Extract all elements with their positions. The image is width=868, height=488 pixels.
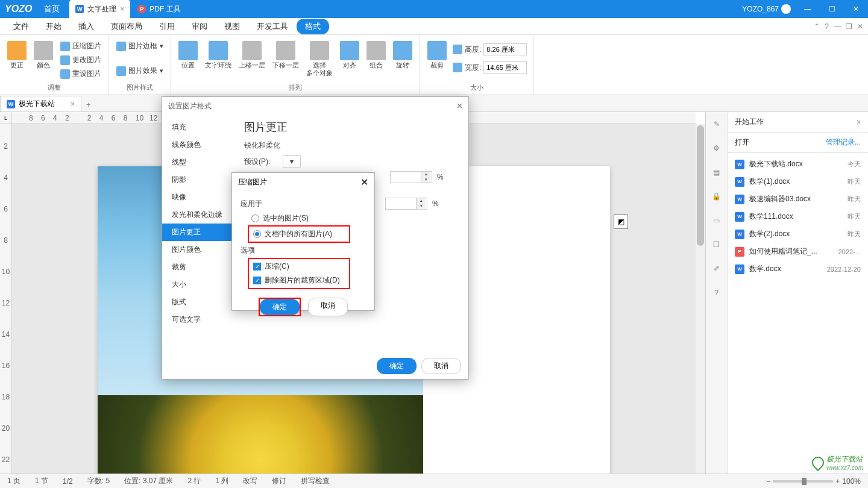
dialog-side-item[interactable]: 填充 — [162, 119, 234, 136]
ribbon-backward[interactable]: 下移一层 — [270, 40, 301, 70]
status-words[interactable]: 字数: 5 — [87, 476, 110, 486]
ribbon-crop[interactable]: 裁剪 — [425, 40, 449, 70]
recent-file-item[interactable]: W数学(2).docx昨天 — [728, 225, 868, 243]
ribbon-position[interactable]: 位置 — [176, 40, 200, 70]
help-icon[interactable]: ? — [825, 22, 829, 31]
ribbon-select-multi[interactable]: 选择 多个对象 — [304, 40, 335, 78]
pane-tab-layers-icon[interactable]: ▤ — [709, 165, 724, 180]
ribbon-reset-image[interactable]: 重设图片 — [58, 67, 104, 80]
recent-file-item[interactable]: W极速编辑器03.docx昨天 — [728, 190, 868, 208]
ribbon-forward[interactable]: 上移一层 — [236, 40, 268, 70]
pane-tab-edit-icon[interactable]: ✐ — [709, 261, 724, 276]
dialog-side-item[interactable]: 阴影 — [162, 171, 234, 189]
status-overwrite[interactable]: 改写 — [243, 476, 257, 486]
ok-button[interactable]: 确定 — [377, 358, 417, 374]
recent-file-item[interactable]: W数学111.docx昨天 — [728, 208, 868, 225]
menu-item-插入[interactable]: 插入 — [70, 19, 102, 34]
manage-records-link[interactable]: 管理记录... — [826, 137, 861, 148]
pane-tab-help-icon[interactable]: ? — [709, 286, 724, 300]
dialog-side-item[interactable]: 图片更正 — [162, 224, 234, 241]
ribbon-change-image[interactable]: 更改图片 — [58, 54, 104, 66]
menu-item-审阅[interactable]: 审阅 — [183, 19, 216, 34]
pane-tab-lock-icon[interactable]: 🔒 — [709, 189, 724, 204]
document-tab[interactable]: W 极光下载站 × — [0, 96, 81, 111]
menu-item-文件[interactable]: 文件 — [5, 19, 37, 34]
status-position[interactable]: 位置: 3.07 厘米 — [124, 476, 173, 486]
pane-tab-settings-icon[interactable]: ⚙ — [709, 141, 724, 155]
close-icon[interactable]: × — [71, 100, 75, 108]
zoom-control[interactable]: − + 100% — [766, 477, 861, 486]
zoom-slider[interactable] — [773, 480, 833, 483]
dialog-side-item[interactable]: 图片颜色 — [162, 241, 234, 258]
preset-dropdown[interactable]: ▾ — [283, 155, 301, 167]
ribbon-image-effect[interactable]: 图片效果 ▾ — [114, 64, 166, 77]
cancel-button[interactable]: 取消 — [421, 358, 461, 374]
cancel-button[interactable]: 取消 — [308, 298, 348, 316]
ribbon-compress-image[interactable]: 压缩图片 — [58, 40, 104, 52]
maximize-button[interactable]: ☐ — [820, 0, 844, 18]
dialog-side-item[interactable]: 线条颜色 — [162, 136, 234, 154]
option-delete-crop[interactable]: ✓ 删除图片的裁剪区域(D) — [250, 274, 348, 287]
ribbon-align[interactable]: 对齐 — [338, 40, 362, 70]
recent-file-item[interactable]: P如何使用糯词笔记_...2022-... — [728, 243, 868, 260]
dialog-side-item[interactable]: 发光和柔化边缘 — [162, 206, 234, 224]
close-icon[interactable]: × — [120, 5, 124, 13]
zoom-percent[interactable]: 100% — [842, 477, 861, 486]
status-section[interactable]: 1 节 — [35, 476, 48, 486]
ribbon-group-btn[interactable]: 组合 — [364, 40, 388, 70]
zoom-in-icon[interactable]: + — [835, 477, 840, 486]
vertical-scrollbar[interactable] — [696, 124, 705, 474]
close-button[interactable]: ✕ — [844, 0, 868, 18]
mini-minimize-icon[interactable]: — — [834, 22, 841, 31]
ok-button[interactable]: 确定 — [260, 299, 300, 315]
collapse-ribbon-icon[interactable]: ⌃ — [814, 22, 820, 31]
option-selected-images[interactable]: 选中的图片(S) — [241, 211, 366, 225]
home-tab[interactable]: 首页 — [37, 4, 67, 14]
close-icon[interactable]: ✕ — [360, 177, 368, 188]
status-revision[interactable]: 修订 — [272, 476, 286, 486]
menu-item-视图[interactable]: 视图 — [216, 19, 248, 34]
menu-item-引用[interactable]: 引用 — [151, 19, 183, 34]
pane-tab-book-icon[interactable]: ▭ — [709, 213, 724, 228]
user-label[interactable]: YOZO_867 — [737, 4, 796, 14]
mini-close-icon[interactable]: ✕ — [857, 22, 863, 31]
close-icon[interactable]: × — [457, 101, 462, 111]
option-all-images[interactable]: 文档中的所有图片(A) — [250, 227, 348, 241]
width-input[interactable] — [483, 61, 527, 74]
mini-restore-icon[interactable]: ❐ — [846, 22, 852, 31]
status-line[interactable]: 2 行 — [187, 476, 201, 486]
status-pages[interactable]: 1/2 — [63, 477, 73, 486]
dialog-side-item[interactable]: 版式 — [162, 293, 234, 311]
vertical-ruler[interactable]: 246810121416182022 — [0, 124, 12, 474]
ribbon-image-border[interactable]: 图片边框 ▾ — [114, 40, 166, 52]
ribbon-rotate[interactable]: 旋转 — [391, 40, 415, 70]
close-icon[interactable]: × — [857, 118, 861, 127]
pane-tab-pen-icon[interactable]: ✎ — [709, 117, 724, 131]
dialog-side-item[interactable]: 大小 — [162, 276, 234, 293]
menu-item-开发工具[interactable]: 开发工具 — [248, 19, 297, 34]
contrast-spinner[interactable]: ▴▾ — [385, 198, 427, 210]
dialog-side-item[interactable]: 可选文字 — [162, 311, 234, 328]
status-column[interactable]: 1 列 — [215, 476, 228, 486]
recent-file-item[interactable]: W数学(1).docx昨天 — [728, 173, 868, 190]
ribbon-correct[interactable]: 更正 — [5, 40, 29, 70]
recent-file-item[interactable]: W数学.docx2022-12-20 — [728, 260, 868, 278]
menu-item-页面布局[interactable]: 页面布局 — [102, 19, 151, 34]
ribbon-color[interactable]: 颜色 — [31, 40, 55, 70]
recent-file-item[interactable]: W极光下载站.docx今天 — [728, 155, 868, 173]
dialog-side-item[interactable]: 线型 — [162, 154, 234, 171]
dialog-side-item[interactable]: 裁剪 — [162, 258, 234, 276]
document-image-flower[interactable] — [98, 395, 423, 474]
app-tab-word[interactable]: W 文字处理 × — [69, 0, 130, 18]
ribbon-wrap[interactable]: 文字环绕 — [203, 40, 234, 70]
dialog-side-item[interactable]: 映像 — [162, 189, 234, 206]
pane-tab-copy-icon[interactable]: ❐ — [709, 237, 724, 252]
image-anchor-icon[interactable]: ◩ — [614, 214, 628, 229]
app-tab-pdf[interactable]: P PDF 工具 — [130, 4, 187, 14]
status-page[interactable]: 1 页 — [7, 476, 20, 486]
minimize-button[interactable]: — — [796, 0, 820, 18]
add-tab-button[interactable]: + — [81, 98, 95, 111]
sharpen-spinner[interactable]: ▴▾ — [390, 171, 432, 183]
menu-item-开始[interactable]: 开始 — [37, 19, 70, 34]
option-compress[interactable]: ✓ 压缩(C) — [250, 260, 348, 274]
